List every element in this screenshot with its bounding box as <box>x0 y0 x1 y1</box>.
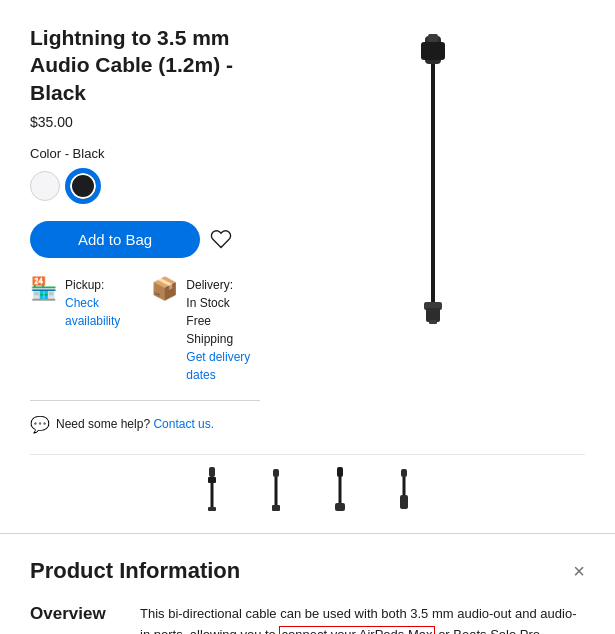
help-row: 💬 Need some help? Contact us. <box>30 400 260 434</box>
product-price: $35.00 <box>30 114 260 130</box>
color-swatch-white[interactable] <box>30 171 60 201</box>
close-button[interactable]: × <box>573 561 585 581</box>
get-delivery-dates-link[interactable]: Get delivery dates <box>186 350 250 382</box>
overview-section: Overview This bi-directional cable can b… <box>30 604 585 634</box>
overview-label: Overview <box>30 604 120 634</box>
cable-image <box>393 34 473 314</box>
svg-rect-2 <box>428 34 438 42</box>
add-to-bag-button[interactable]: Add to Bag <box>30 221 200 258</box>
highlighted-text: connect your AirPods Max <box>279 626 434 634</box>
thumbnails <box>30 454 585 533</box>
svg-rect-7 <box>209 467 215 477</box>
delivery-label: Delivery: <box>186 278 233 292</box>
wishlist-button[interactable] <box>210 228 232 250</box>
in-stock-status: In Stock <box>186 296 229 310</box>
svg-rect-8 <box>208 477 216 483</box>
svg-rect-15 <box>338 477 341 505</box>
svg-rect-13 <box>272 505 280 511</box>
svg-rect-11 <box>273 469 279 477</box>
svg-rect-10 <box>208 507 216 511</box>
overview-text: This bi-directional cable can be used wi… <box>140 604 585 634</box>
color-options <box>30 171 260 201</box>
check-availability-link[interactable]: Check availability <box>65 296 120 328</box>
panel-header: Product Information × <box>30 558 585 584</box>
color-swatch-black[interactable] <box>68 171 98 201</box>
contact-us-link[interactable]: Contact us. <box>153 417 214 431</box>
product-section: Lightning to 3.5 mm Audio Cable (1.2m) -… <box>0 0 615 454</box>
pickup-delivery-row: 🏪 Pickup: Check availability 📦 Delivery:… <box>30 276 260 384</box>
thumbnail-1[interactable] <box>188 465 236 513</box>
add-to-bag-row: Add to Bag <box>30 221 260 258</box>
delivery-icon: 📦 <box>151 278 178 300</box>
svg-rect-12 <box>274 477 277 507</box>
svg-rect-18 <box>402 477 405 497</box>
pickup-block: 🏪 Pickup: Check availability <box>30 276 135 384</box>
delivery-block: 📦 Delivery: In Stock Free Shipping Get d… <box>151 276 260 384</box>
panel-title: Product Information <box>30 558 240 584</box>
thumbnail-3[interactable] <box>316 465 364 513</box>
help-text: Need some help? Contact us. <box>56 417 214 431</box>
store-icon: 🏪 <box>30 278 57 300</box>
svg-rect-19 <box>400 495 408 509</box>
pickup-text: Pickup: Check availability <box>65 276 135 330</box>
product-details: Lightning to 3.5 mm Audio Cable (1.2m) -… <box>30 24 260 434</box>
color-label: Color - Black <box>30 146 260 161</box>
svg-rect-1 <box>421 42 445 60</box>
svg-rect-3 <box>431 64 435 304</box>
pickup-label: Pickup: <box>65 278 104 292</box>
delivery-text: Delivery: In Stock Free Shipping Get del… <box>186 276 260 384</box>
svg-rect-14 <box>337 467 343 477</box>
svg-rect-17 <box>401 469 407 477</box>
svg-rect-16 <box>335 503 345 511</box>
product-title: Lightning to 3.5 mm Audio Cable (1.2m) -… <box>30 24 260 106</box>
svg-rect-6 <box>429 320 437 324</box>
svg-rect-5 <box>426 308 440 322</box>
free-shipping-label: Free Shipping <box>186 314 233 346</box>
product-info-panel: Product Information × Overview This bi-d… <box>0 533 615 634</box>
thumbnail-4[interactable] <box>380 465 428 513</box>
svg-rect-9 <box>210 483 213 509</box>
help-icon: 💬 <box>30 415 50 434</box>
thumbnail-2[interactable] <box>252 465 300 513</box>
product-image-area <box>280 24 585 434</box>
